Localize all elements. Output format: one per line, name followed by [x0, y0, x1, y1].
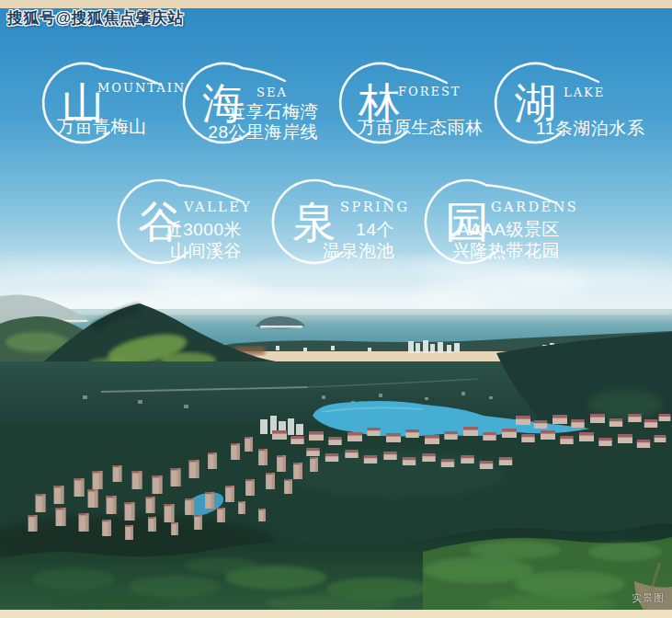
badge-description: AAAA级景区 兴隆热带花园 [449, 220, 560, 261]
badge-description: 万亩青梅山 [57, 117, 147, 137]
badge-sea: 海 SEA 近享石梅湾 28公里海岸线 [182, 61, 343, 169]
badge-english-label: VALLEY [184, 200, 252, 214]
badge-spring: 泉 SPRING 14个 温泉泡池 [273, 180, 434, 289]
badge-description: 14个 温泉泡池 [301, 220, 394, 261]
badge-gardens: 园 GARDENS AAAA级景区 兴隆热带花园 [426, 180, 587, 289]
badge-description: 11条湖泊水系 [536, 119, 644, 139]
badge-english-label: MOUNTAIN [97, 81, 186, 95]
badge-lake: 湖 LAKE 11条湖泊水系 [494, 61, 655, 169]
badge-english-label: SPRING [340, 200, 410, 214]
badge-english-label: LAKE [564, 86, 605, 99]
promo-image: 搜狐号@搜狐焦点肇庆站 实景图 山 MOUNTAIN 万亩青梅山 海 SEA 近… [0, 0, 672, 618]
badge-description: 万亩原生态雨林 [358, 118, 484, 138]
badge-description: 近享石梅湾 28公里海岸线 [199, 102, 318, 142]
badge-english-label: GARDENS [491, 200, 578, 214]
badge-description: 近3000米 山间溪谷 [142, 220, 242, 261]
badge-english-label: SEA [256, 86, 288, 99]
real-scene-watermark: 实景图 [632, 591, 665, 605]
badge-forest: 林 FOREST 万亩原生态雨林 [338, 61, 499, 169]
badge-valley: 谷 VALLEY 近3000米 山间溪谷 [119, 180, 279, 289]
badge-english-label: FOREST [398, 85, 461, 98]
bottom-frame-bar [0, 610, 672, 618]
sohu-watermark: 搜狐号@搜狐焦点肇庆站 [7, 7, 184, 29]
badge-mountain: 山 MOUNTAIN 万亩青梅山 [41, 61, 202, 169]
